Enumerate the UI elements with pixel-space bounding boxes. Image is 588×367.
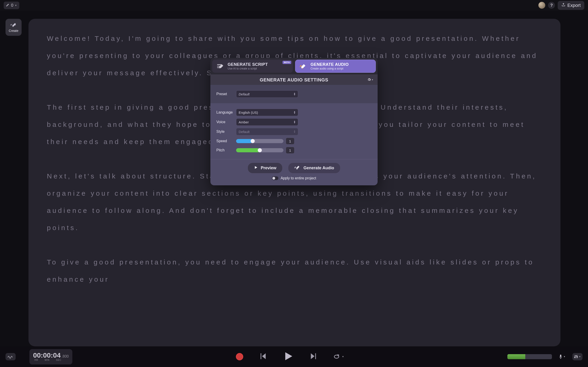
voice-section: Language English (US) ▲▼ Voice Amber ▲▼ … bbox=[210, 103, 378, 159]
tab-script-sub: Use AI to create a script bbox=[228, 67, 268, 70]
slider-speed-fill bbox=[236, 139, 253, 143]
gear-icon bbox=[367, 78, 371, 82]
generate-modal: GENERATE SCRIPT Use AI to create a scrip… bbox=[210, 58, 378, 185]
tab-audio-title: GENERATE AUDIO bbox=[311, 62, 349, 67]
level-fill bbox=[507, 354, 525, 359]
label-style: Style bbox=[216, 130, 236, 134]
svg-point-1 bbox=[574, 357, 575, 358]
level-meter bbox=[507, 354, 552, 359]
tc-min: MIN bbox=[44, 359, 49, 361]
select-preset[interactable]: Default ▲▼ bbox=[236, 90, 298, 98]
modal-bottom: Preview Generate Audio Apply to entire p… bbox=[210, 159, 378, 185]
tc-hr: HR bbox=[35, 359, 38, 361]
topbar-left: 0 ▼ bbox=[4, 2, 19, 9]
tab-script-title: GENERATE SCRIPT bbox=[228, 62, 268, 67]
transport-controls: ▼ bbox=[236, 350, 344, 363]
beta-badge: BETA bbox=[283, 61, 291, 64]
label-pitch: Pitch bbox=[216, 148, 236, 152]
select-style-value: Default bbox=[239, 130, 250, 134]
mixer-button[interactable]: ▼ bbox=[572, 353, 582, 360]
record-button[interactable] bbox=[236, 353, 243, 360]
help-button[interactable]: ? bbox=[548, 2, 555, 9]
timecode-labels: HR MIN SEC bbox=[33, 359, 69, 361]
audio-pen-icon bbox=[300, 62, 307, 70]
wave-pen-icon bbox=[294, 165, 301, 171]
top-bar: 0 ▼ ? Export bbox=[0, 0, 588, 10]
row-voice: Voice Amber ▲▼ bbox=[216, 118, 372, 126]
edit-count: 0 bbox=[11, 3, 13, 8]
stepper-icon: ▲▼ bbox=[294, 92, 296, 96]
waveform-button[interactable] bbox=[6, 353, 16, 360]
preset-section: Preset Default ▲▼ bbox=[210, 85, 378, 103]
row-pitch: Pitch 1 bbox=[216, 147, 372, 154]
tab-generate-script[interactable]: GENERATE SCRIPT Use AI to create a scrip… bbox=[212, 60, 293, 73]
toggle-knob bbox=[272, 177, 275, 180]
slider-speed-handle[interactable] bbox=[251, 139, 255, 143]
chevron-down-icon: ▼ bbox=[372, 79, 373, 81]
export-button[interactable]: Export bbox=[558, 1, 584, 10]
help-icon: ? bbox=[550, 3, 553, 8]
timecode: 00:00:04.800 HR MIN SEC bbox=[29, 349, 72, 365]
wave-pen-icon bbox=[10, 22, 17, 28]
apply-row: Apply to entire project bbox=[272, 176, 316, 180]
avatar[interactable] bbox=[538, 2, 545, 9]
pencil-icon bbox=[6, 3, 10, 8]
stepper-icon: ▲▼ bbox=[294, 111, 296, 114]
slider-pitch-fill bbox=[236, 148, 260, 152]
modal-button-row: Preview Generate Audio bbox=[248, 163, 340, 173]
select-language[interactable]: English (US) ▲▼ bbox=[236, 109, 298, 116]
tab-generate-audio[interactable]: GENERATE AUDIO Create audio using a scri… bbox=[295, 60, 376, 73]
value-speed[interactable]: 1 bbox=[286, 138, 294, 144]
slider-speed[interactable] bbox=[236, 139, 284, 143]
skip-forward-button[interactable] bbox=[309, 352, 318, 361]
row-preset: Preset Default ▲▼ bbox=[216, 90, 372, 98]
chevron-down-icon: ▼ bbox=[342, 356, 344, 358]
label-voice: Voice bbox=[216, 120, 236, 124]
create-tool-label: Create bbox=[9, 29, 18, 33]
preview-button[interactable]: Preview bbox=[248, 163, 283, 173]
value-pitch[interactable]: 1 bbox=[286, 147, 294, 154]
export-icon bbox=[561, 3, 565, 8]
preview-label: Preview bbox=[261, 166, 276, 170]
chevron-down-icon: ▼ bbox=[579, 356, 581, 358]
label-language: Language bbox=[216, 110, 236, 115]
slider-pitch[interactable] bbox=[236, 148, 284, 152]
skip-back-button[interactable] bbox=[258, 352, 267, 361]
svg-rect-0 bbox=[560, 355, 561, 357]
settings-gear[interactable]: ▼ bbox=[367, 78, 373, 82]
timecode-value: 00:00:04 bbox=[33, 351, 61, 359]
row-language: Language English (US) ▲▼ bbox=[216, 109, 372, 116]
stepper-icon: ▲▼ bbox=[294, 120, 296, 124]
select-voice-value: Amber bbox=[239, 120, 249, 124]
select-language-value: English (US) bbox=[239, 110, 258, 115]
select-preset-value: Default bbox=[239, 92, 250, 96]
label-speed: Speed bbox=[216, 139, 236, 143]
row-speed: Speed 1 bbox=[216, 138, 372, 144]
stepper-icon: ▲▼ bbox=[294, 130, 296, 133]
settings-title: GENERATE AUDIO SETTINGS bbox=[260, 77, 328, 83]
loop-button[interactable]: ▼ bbox=[333, 353, 344, 360]
apply-label: Apply to entire project bbox=[281, 176, 316, 180]
generate-audio-button[interactable]: Generate Audio bbox=[288, 163, 340, 173]
mic-selector[interactable]: ▼ bbox=[559, 354, 565, 359]
play-button[interactable] bbox=[282, 350, 294, 363]
tc-sec: SEC bbox=[56, 359, 61, 361]
label-preset: Preset bbox=[216, 92, 236, 96]
settings-header: GENERATE AUDIO SETTINGS ▼ bbox=[210, 75, 378, 85]
edit-count-pill[interactable]: 0 ▼ bbox=[4, 2, 19, 9]
select-style[interactable]: Default ▲▼ bbox=[236, 128, 298, 135]
transport-right: ▼ ▼ bbox=[507, 353, 582, 360]
create-tool[interactable]: Create bbox=[6, 19, 22, 36]
tab-audio-sub: Create audio using a script bbox=[311, 67, 349, 70]
chevron-down-icon: ▼ bbox=[563, 356, 565, 358]
stage: Create Welcome! Today, I'm going to shar… bbox=[0, 10, 588, 346]
generate-label: Generate Audio bbox=[303, 166, 334, 170]
export-label: Export bbox=[567, 3, 581, 8]
row-style: Style Default ▲▼ bbox=[216, 128, 372, 135]
select-voice[interactable]: Amber ▲▼ bbox=[236, 118, 298, 126]
script-pen-icon bbox=[216, 62, 225, 70]
topbar-right: ? Export bbox=[538, 1, 584, 10]
apply-toggle[interactable] bbox=[272, 176, 278, 180]
timecode-ms: .800 bbox=[61, 354, 69, 358]
slider-pitch-handle[interactable] bbox=[258, 148, 262, 152]
